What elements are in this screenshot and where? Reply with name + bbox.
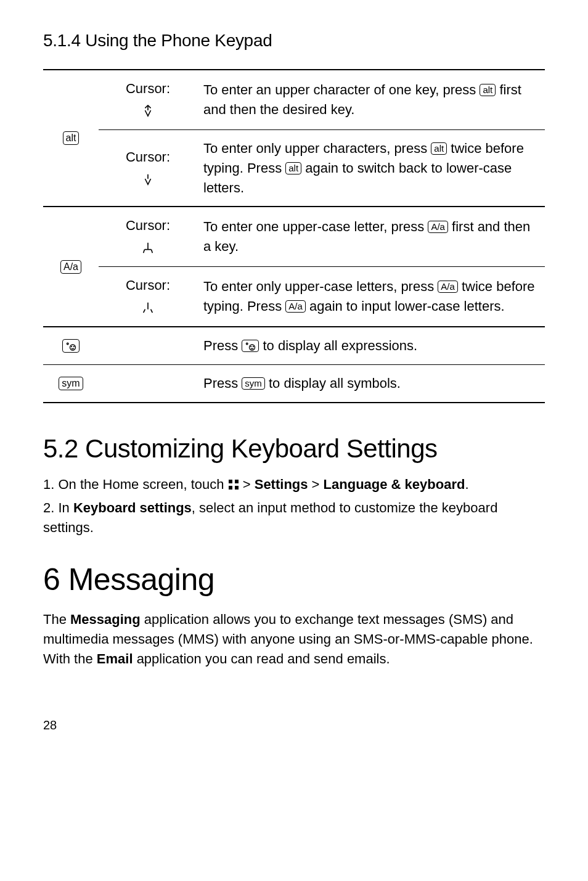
table-row: A/a Cursor: To enter one upper-case lett…: [43, 207, 545, 266]
svg-rect-11: [235, 486, 239, 490]
emoji-key-icon: [62, 339, 80, 353]
svg-rect-8: [229, 480, 232, 483]
row-text: again to input lower-case letters.: [309, 298, 505, 314]
apps-grid-icon: [228, 476, 239, 496]
table-row: Press to display all expressions.: [43, 327, 545, 364]
table-row: Cursor: To enter only upper characters, …: [43, 129, 545, 207]
table-row: alt Cursor: To enter an upper character …: [43, 70, 545, 129]
row-text: to display all expressions.: [263, 338, 417, 353]
page: 5.1.4 Using the Phone Keypad alt Cursor:…: [0, 0, 588, 757]
row-text: To enter one upper-case letter, press: [203, 219, 428, 234]
shift-key-icon: A/a: [428, 221, 448, 233]
alt-key-icon: alt: [285, 162, 301, 174]
cursor-label: Cursor:: [105, 147, 191, 167]
sym-key-icon: sym: [59, 377, 83, 390]
emoji-key-icon: [242, 340, 259, 352]
row-text: To enter only upper characters, press: [203, 141, 431, 156]
svg-point-3: [67, 343, 68, 345]
row-text: To enter an upper character of one key, …: [203, 82, 480, 97]
page-number: 28: [43, 718, 545, 732]
row-text: Press: [203, 338, 242, 353]
shift-key-icon: A/a: [60, 260, 81, 274]
svg-rect-9: [235, 480, 239, 483]
chapter-intro: The Messaging application allows you to …: [43, 610, 545, 669]
alt-key-icon: alt: [431, 142, 447, 155]
cursor-label: Cursor:: [105, 79, 191, 99]
cursor-label: Cursor:: [105, 276, 191, 295]
shift-key-icon: A/a: [285, 300, 306, 313]
row-text: To enter only upper-case letters, press: [203, 279, 438, 294]
cursor-label: Cursor:: [105, 216, 191, 236]
svg-point-0: [70, 345, 76, 350]
svg-point-1: [71, 346, 72, 347]
svg-rect-10: [229, 486, 232, 490]
table-row: sym Press sym to display all symbols.: [43, 364, 545, 402]
section-title: 5.2 Customizing Keyboard Settings: [43, 434, 545, 464]
step-2: 2. In Keyboard settings, select an input…: [43, 498, 545, 538]
cursor-shift-once-icon: [105, 101, 191, 121]
alt-key-icon: alt: [480, 84, 496, 96]
svg-point-7: [247, 343, 248, 345]
table-row: Cursor: To enter only upper-case letters…: [43, 267, 545, 327]
shift-key-icon: A/a: [438, 281, 458, 293]
sym-key-icon: sym: [242, 377, 265, 390]
row-text: Press: [203, 375, 242, 391]
row-text: to display all symbols.: [269, 375, 401, 391]
keypad-table: alt Cursor: To enter an upper character …: [43, 69, 545, 403]
cursor-caps-lock-icon: [105, 298, 191, 318]
cursor-caps-once-icon: [105, 238, 191, 258]
chapter-title: 6 Messaging: [43, 562, 545, 597]
svg-point-6: [253, 346, 254, 347]
svg-point-4: [250, 345, 255, 350]
alt-key-icon: alt: [63, 131, 80, 145]
subsection-title: 5.1.4 Using the Phone Keypad: [43, 31, 545, 51]
step-1: 1. On the Home screen, touch > Settings …: [43, 475, 545, 496]
svg-point-5: [251, 346, 251, 347]
cursor-shift-lock-icon: [105, 170, 191, 189]
svg-point-2: [73, 346, 74, 347]
